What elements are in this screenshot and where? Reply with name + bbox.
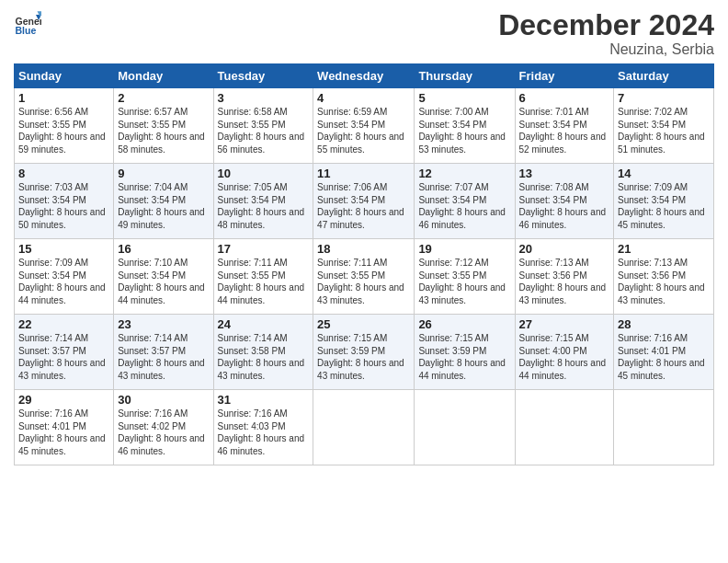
calendar-week-row: 1 Sunrise: 6:56 AMSunset: 3:55 PMDayligh… [15, 88, 714, 164]
calendar-day-cell: 5 Sunrise: 7:00 AMSunset: 3:54 PMDayligh… [415, 88, 515, 164]
day-number: 21 [618, 242, 710, 256]
title-block: December 2024 Neuzina, Serbia [498, 9, 714, 58]
day-detail: Sunrise: 7:02 AMSunset: 3:54 PMDaylight:… [618, 107, 705, 155]
day-number: 31 [218, 393, 310, 407]
calendar-day-cell: 24 Sunrise: 7:14 AMSunset: 3:58 PMDaylig… [213, 315, 313, 390]
day-number: 29 [18, 393, 109, 407]
day-detail: Sunrise: 7:16 AMSunset: 4:01 PMDaylight:… [18, 408, 106, 456]
month-title: December 2024 [498, 9, 714, 41]
day-number: 20 [519, 242, 610, 256]
calendar-day-cell: 3 Sunrise: 6:58 AMSunset: 3:55 PMDayligh… [213, 88, 313, 164]
day-detail: Sunrise: 7:13 AMSunset: 3:56 PMDaylight:… [519, 258, 607, 305]
day-number: 18 [317, 242, 410, 256]
weekday-header: Sunday [15, 64, 114, 88]
day-detail: Sunrise: 7:11 AMSunset: 3:55 PMDaylight:… [317, 258, 404, 305]
day-number: 14 [618, 167, 710, 180]
calendar-day-cell: 10 Sunrise: 7:05 AMSunset: 3:54 PMDaylig… [213, 164, 313, 239]
calendar-day-cell [415, 390, 515, 465]
day-number: 16 [118, 242, 209, 256]
logo-icon: General Blue [14, 9, 41, 37]
day-detail: Sunrise: 7:09 AMSunset: 3:54 PMDaylight:… [18, 258, 106, 305]
day-number: 28 [618, 317, 710, 331]
day-number: 12 [418, 167, 510, 180]
calendar-day-cell: 6 Sunrise: 7:01 AMSunset: 3:54 PMDayligh… [515, 88, 614, 164]
day-number: 4 [317, 91, 410, 105]
day-detail: Sunrise: 6:57 AMSunset: 3:55 PMDaylight:… [118, 107, 205, 155]
day-detail: Sunrise: 7:15 AMSunset: 4:00 PMDaylight:… [519, 333, 607, 381]
calendar-day-cell: 12 Sunrise: 7:07 AMSunset: 3:54 PMDaylig… [415, 164, 515, 239]
calendar-day-cell: 7 Sunrise: 7:02 AMSunset: 3:54 PMDayligh… [614, 88, 714, 164]
calendar-table: SundayMondayTuesdayWednesdayThursdayFrid… [14, 63, 714, 465]
svg-text:Blue: Blue [16, 25, 37, 36]
day-detail: Sunrise: 6:58 AMSunset: 3:55 PMDaylight:… [218, 107, 305, 155]
weekday-header: Saturday [614, 64, 714, 88]
day-detail: Sunrise: 7:01 AMSunset: 3:54 PMDaylight:… [519, 107, 607, 155]
calendar-day-cell [515, 390, 614, 465]
calendar-day-cell: 16 Sunrise: 7:10 AMSunset: 3:54 PMDaylig… [114, 239, 213, 315]
day-detail: Sunrise: 7:06 AMSunset: 3:54 PMDaylight:… [317, 182, 404, 230]
day-detail: Sunrise: 6:59 AMSunset: 3:54 PMDaylight:… [317, 107, 404, 155]
day-detail: Sunrise: 6:56 AMSunset: 3:55 PMDaylight:… [18, 107, 106, 155]
day-detail: Sunrise: 7:14 AMSunset: 3:58 PMDaylight:… [218, 333, 305, 381]
calendar-day-cell: 26 Sunrise: 7:15 AMSunset: 3:59 PMDaylig… [415, 315, 515, 390]
calendar-week-row: 15 Sunrise: 7:09 AMSunset: 3:54 PMDaylig… [15, 239, 714, 315]
day-number: 2 [118, 91, 209, 105]
day-detail: Sunrise: 7:11 AMSunset: 3:55 PMDaylight:… [218, 258, 305, 305]
day-number: 5 [418, 91, 510, 105]
day-number: 10 [218, 167, 310, 180]
calendar-day-cell: 15 Sunrise: 7:09 AMSunset: 3:54 PMDaylig… [15, 239, 114, 315]
weekday-header: Monday [114, 64, 213, 88]
header: General Blue December 2024 Neuzina, Serb… [14, 9, 714, 58]
calendar-week-row: 29 Sunrise: 7:16 AMSunset: 4:01 PMDaylig… [15, 390, 714, 465]
day-number: 26 [418, 317, 510, 331]
day-number: 6 [519, 91, 610, 105]
calendar-day-cell: 1 Sunrise: 6:56 AMSunset: 3:55 PMDayligh… [15, 88, 114, 164]
day-detail: Sunrise: 7:10 AMSunset: 3:54 PMDaylight:… [118, 258, 205, 305]
day-detail: Sunrise: 7:03 AMSunset: 3:54 PMDaylight:… [18, 182, 106, 230]
day-number: 24 [218, 317, 310, 331]
calendar-day-cell: 8 Sunrise: 7:03 AMSunset: 3:54 PMDayligh… [15, 164, 114, 239]
logo: General Blue [14, 9, 41, 37]
day-number: 11 [317, 167, 410, 180]
calendar-day-cell: 20 Sunrise: 7:13 AMSunset: 3:56 PMDaylig… [515, 239, 614, 315]
calendar-day-cell: 4 Sunrise: 6:59 AMSunset: 3:54 PMDayligh… [313, 88, 415, 164]
calendar-day-cell: 31 Sunrise: 7:16 AMSunset: 4:03 PMDaylig… [213, 390, 313, 465]
day-detail: Sunrise: 7:16 AMSunset: 4:01 PMDaylight:… [618, 333, 705, 381]
day-number: 25 [317, 317, 410, 331]
day-number: 15 [18, 242, 109, 256]
calendar-day-cell: 25 Sunrise: 7:15 AMSunset: 3:59 PMDaylig… [313, 315, 415, 390]
day-detail: Sunrise: 7:16 AMSunset: 4:02 PMDaylight:… [118, 408, 205, 456]
day-detail: Sunrise: 7:00 AMSunset: 3:54 PMDaylight:… [418, 107, 506, 155]
day-detail: Sunrise: 7:04 AMSunset: 3:54 PMDaylight:… [118, 182, 205, 230]
calendar-day-cell [313, 390, 415, 465]
weekday-header-row: SundayMondayTuesdayWednesdayThursdayFrid… [15, 64, 714, 88]
day-number: 17 [218, 242, 310, 256]
calendar-day-cell: 18 Sunrise: 7:11 AMSunset: 3:55 PMDaylig… [313, 239, 415, 315]
day-number: 27 [519, 317, 610, 331]
day-detail: Sunrise: 7:13 AMSunset: 3:56 PMDaylight:… [618, 258, 705, 305]
day-detail: Sunrise: 7:12 AMSunset: 3:55 PMDaylight:… [418, 258, 506, 305]
calendar-day-cell [614, 390, 714, 465]
day-detail: Sunrise: 7:14 AMSunset: 3:57 PMDaylight:… [18, 333, 106, 381]
calendar-day-cell: 9 Sunrise: 7:04 AMSunset: 3:54 PMDayligh… [114, 164, 213, 239]
day-number: 1 [18, 91, 109, 105]
day-number: 13 [519, 167, 610, 180]
day-number: 19 [418, 242, 510, 256]
calendar-day-cell: 23 Sunrise: 7:14 AMSunset: 3:57 PMDaylig… [114, 315, 213, 390]
day-number: 30 [118, 393, 209, 407]
day-detail: Sunrise: 7:14 AMSunset: 3:57 PMDaylight:… [118, 333, 205, 381]
calendar-day-cell: 21 Sunrise: 7:13 AMSunset: 3:56 PMDaylig… [614, 239, 714, 315]
calendar-day-cell: 11 Sunrise: 7:06 AMSunset: 3:54 PMDaylig… [313, 164, 415, 239]
day-number: 3 [218, 91, 310, 105]
day-detail: Sunrise: 7:15 AMSunset: 3:59 PMDaylight:… [418, 333, 506, 381]
calendar-week-row: 8 Sunrise: 7:03 AMSunset: 3:54 PMDayligh… [15, 164, 714, 239]
weekday-header: Friday [515, 64, 614, 88]
day-number: 8 [18, 167, 109, 180]
calendar-day-cell: 17 Sunrise: 7:11 AMSunset: 3:55 PMDaylig… [213, 239, 313, 315]
calendar-day-cell: 14 Sunrise: 7:09 AMSunset: 3:54 PMDaylig… [614, 164, 714, 239]
weekday-header: Thursday [415, 64, 515, 88]
calendar-day-cell: 27 Sunrise: 7:15 AMSunset: 4:00 PMDaylig… [515, 315, 614, 390]
day-detail: Sunrise: 7:16 AMSunset: 4:03 PMDaylight:… [218, 408, 305, 456]
weekday-header: Tuesday [213, 64, 313, 88]
subtitle: Neuzina, Serbia [498, 41, 714, 58]
